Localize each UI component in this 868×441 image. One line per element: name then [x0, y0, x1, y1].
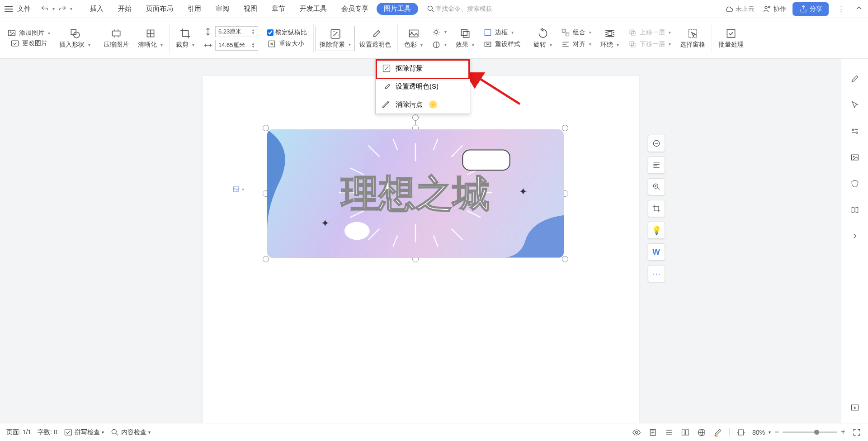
eyedropper-icon — [369, 28, 381, 39]
sharpen-button[interactable]: 清晰化▾ — [138, 41, 163, 49]
chevron-right-tool[interactable] — [849, 230, 861, 242]
pencil-tool[interactable] — [849, 72, 861, 85]
handle-sw[interactable] — [263, 256, 269, 262]
export-image-tool[interactable] — [849, 401, 861, 414]
recolor-button[interactable]: 色彩▾ — [404, 41, 423, 49]
compress-button[interactable]: 压缩图片 — [104, 41, 129, 49]
web-view-icon[interactable] — [697, 427, 707, 437]
rotate-button[interactable]: 旋转▾ — [533, 41, 552, 49]
ribbon: 添加图片▾ 更改图片 插入形状▾ 压缩图片 清晰化▾ 裁剪▾ 6.23厘米▲▼ … — [0, 18, 868, 59]
effects-button[interactable]: 效果▾ — [456, 41, 474, 49]
more-tool[interactable]: ⋯ — [648, 265, 665, 282]
insert-shape-button[interactable]: 插入形状▾ — [59, 41, 90, 49]
reset-style-button[interactable]: 重设样式 — [483, 40, 520, 49]
dropdown-set-transparent[interactable]: 设置透明色(S) — [376, 77, 470, 95]
height-input[interactable]: 6.23厘米▲▼ — [215, 26, 258, 37]
tab-member[interactable]: 会员专享 — [335, 5, 375, 13]
idea-tool[interactable]: 💡 — [648, 222, 665, 239]
tab-picture-tools[interactable]: 图片工具 — [377, 3, 418, 15]
undo-dropdown[interactable]: ▾ — [52, 6, 55, 11]
svg-rect-23 — [630, 30, 633, 33]
add-image-button[interactable]: 添加图片▾ — [7, 28, 50, 38]
tab-reference[interactable]: 引用 — [181, 5, 208, 13]
crop-icon — [179, 28, 191, 39]
outline-view-icon[interactable] — [664, 427, 674, 437]
spellcheck-button[interactable]: 拼写检查▾ — [64, 428, 104, 437]
group-button[interactable]: 组合▾ — [561, 28, 591, 37]
zoom-out-button[interactable]: − — [774, 427, 779, 437]
handle-se[interactable] — [562, 256, 568, 262]
page[interactable]: ▾ — [203, 76, 639, 424]
zoom-in-button[interactable]: + — [840, 427, 845, 437]
tab-devtools[interactable]: 开发工具 — [293, 5, 333, 13]
cloud-status[interactable]: 未上云 — [725, 5, 755, 14]
zoom-in-tool[interactable] — [648, 178, 665, 195]
book-tool[interactable] — [849, 204, 861, 216]
svg-rect-18 — [485, 29, 491, 35]
word-count[interactable]: 字数: 0 — [38, 428, 57, 436]
handle-ne[interactable] — [562, 125, 568, 131]
tab-review[interactable]: 审阅 — [209, 5, 236, 13]
dropdown-remove-blemish[interactable]: 消除污点⚡ — [376, 95, 470, 114]
share-button[interactable]: 分享 — [793, 2, 829, 16]
tab-view[interactable]: 视图 — [237, 5, 264, 13]
svg-point-4 — [10, 32, 11, 33]
redo-button[interactable] — [57, 3, 68, 15]
hamburger-icon[interactable] — [5, 6, 13, 12]
width-input[interactable]: 14.65厘米▲▼ — [215, 40, 258, 51]
svg-rect-26 — [630, 42, 633, 45]
effects-icon — [459, 28, 471, 39]
brightness-button[interactable]: ▾ — [432, 28, 447, 37]
page-view-icon[interactable] — [648, 427, 658, 437]
zoom-value[interactable]: 80% — [752, 429, 765, 436]
shield-tool[interactable] — [849, 177, 861, 190]
paragraph-mark[interactable]: ▾ — [232, 185, 244, 194]
remove-background-button[interactable]: 抠除背景▾ — [316, 26, 355, 51]
rotate-handle[interactable] — [412, 114, 419, 121]
image-tool[interactable] — [849, 151, 861, 164]
crop-button[interactable]: 裁剪▾ — [176, 41, 194, 49]
batch-button[interactable]: 批量处理 — [718, 41, 744, 49]
zoom-slider[interactable] — [783, 432, 837, 433]
crop-tool[interactable] — [648, 200, 665, 217]
fullscreen-icon[interactable] — [852, 427, 862, 437]
undo-button[interactable] — [39, 3, 51, 15]
border-button[interactable]: 边框▾ — [483, 28, 514, 37]
zoom-out-tool[interactable] — [648, 135, 665, 152]
select-tool[interactable] — [849, 99, 861, 111]
settings-tool[interactable] — [849, 125, 861, 138]
image-selection[interactable]: ✦ ✦ 理想之城 — [266, 128, 565, 259]
page-indicator[interactable]: 页面: 1/1 — [6, 428, 31, 436]
set-transparent-button[interactable]: 设置透明色 — [359, 41, 391, 49]
selection-pane-button[interactable]: 选择窗格 — [680, 41, 705, 49]
reading-view-icon[interactable] — [680, 427, 690, 437]
highlight-icon[interactable] — [713, 427, 723, 437]
lock-ratio-checkbox[interactable]: 锁定纵横比 — [267, 28, 307, 37]
text-wrap-tool[interactable] — [648, 156, 665, 174]
redo-dropdown[interactable]: ▾ — [70, 6, 72, 11]
tab-chapter[interactable]: 章节 — [265, 5, 292, 13]
svg-point-61 — [635, 431, 637, 433]
collapse-ribbon[interactable] — [854, 4, 863, 14]
svg-rect-3 — [9, 30, 15, 36]
content-check-button[interactable]: 内容检查▾ — [110, 428, 151, 437]
reset-size-button[interactable]: 重设大小 — [267, 39, 304, 48]
eye-icon[interactable] — [632, 427, 642, 437]
fit-width-icon[interactable] — [736, 427, 746, 437]
align-button[interactable]: 对齐▾ — [561, 40, 591, 49]
selected-image[interactable]: ✦ ✦ 理想之城 — [267, 129, 564, 258]
search-box[interactable]: 查找命令、搜索模板 — [426, 5, 492, 14]
file-menu[interactable]: 文件 — [17, 5, 31, 13]
tab-layout[interactable]: 页面布局 — [140, 5, 179, 13]
collab-button[interactable]: 协作 — [763, 5, 786, 14]
wrap-button[interactable]: 环绕▾ — [600, 41, 619, 49]
contrast-button[interactable]: ▾ — [432, 40, 447, 49]
more-menu[interactable]: ⋮ — [838, 5, 844, 13]
dropdown-remove-bg[interactable]: 抠除背景 — [376, 59, 470, 77]
change-image-button[interactable]: 更改图片 — [10, 39, 47, 48]
tab-insert[interactable]: 插入 — [84, 5, 110, 13]
annotation-arrow — [470, 72, 524, 118]
word-export-tool[interactable]: W — [648, 243, 665, 261]
tab-home[interactable]: 开始 — [112, 5, 138, 13]
handle-nw[interactable] — [263, 125, 269, 131]
